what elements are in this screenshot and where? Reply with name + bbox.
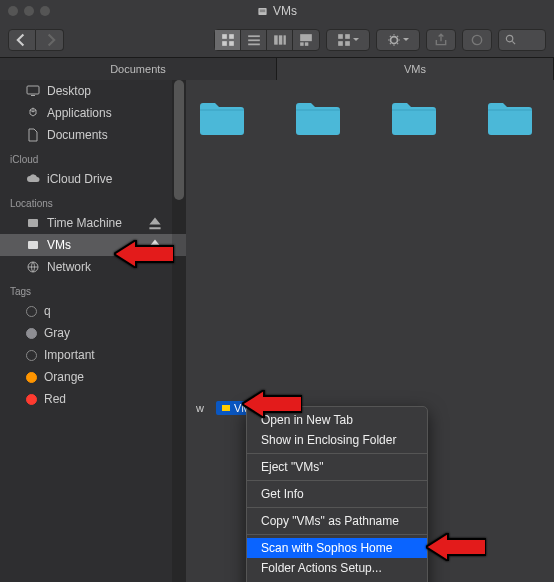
svg-rect-22 <box>27 86 39 94</box>
sidebar-item-label: Gray <box>44 326 70 340</box>
sidebar-item-label: Important <box>44 348 95 362</box>
svg-rect-12 <box>300 34 312 41</box>
context-menu: Open in New Tab Show in Enclosing Folder… <box>246 406 428 582</box>
sidebar-item-label: VMs <box>47 238 71 252</box>
ctx-folder-actions[interactable]: Folder Actions Setup... <box>247 558 427 578</box>
svg-rect-3 <box>229 34 234 39</box>
ctx-open-new-tab[interactable]: Open in New Tab <box>247 410 427 430</box>
svg-rect-25 <box>28 241 38 249</box>
sidebar-tag-important[interactable]: Important <box>0 344 186 366</box>
sidebar-item-documents[interactable]: Documents <box>0 124 186 146</box>
tag-color-dot <box>26 372 37 383</box>
search-field[interactable] <box>498 29 546 51</box>
eject-icon[interactable] <box>148 238 162 252</box>
ctx-show-enclosing[interactable]: Show in Enclosing Folder <box>247 430 427 450</box>
svg-rect-14 <box>305 42 309 46</box>
sidebar-item-label: Desktop <box>47 84 91 98</box>
sidebar-item-network[interactable]: Network <box>0 256 186 278</box>
finder-tabs: Documents VMs <box>0 58 554 80</box>
search-icon <box>505 34 516 45</box>
nav-buttons <box>8 29 64 51</box>
folder-icon[interactable] <box>390 98 438 138</box>
ctx-get-info[interactable]: Get Info <box>247 484 427 504</box>
disk-icon <box>26 238 40 252</box>
menu-separator <box>247 480 427 481</box>
sidebar-item-applications[interactable]: Applications <box>0 102 186 124</box>
tag-color-dot <box>26 394 37 405</box>
eject-icon[interactable] <box>148 216 162 230</box>
share-button[interactable] <box>426 29 456 51</box>
svg-point-20 <box>472 35 481 44</box>
sidebar-heading-tags: Tags <box>0 278 186 300</box>
sidebar-item-label: Documents <box>47 128 108 142</box>
svg-point-19 <box>391 36 398 43</box>
disk-icon <box>257 6 268 17</box>
svg-point-21 <box>506 35 512 41</box>
svg-rect-4 <box>222 41 227 46</box>
sidebar-scrollbar[interactable] <box>172 80 186 582</box>
svg-rect-18 <box>345 41 350 46</box>
applications-icon <box>26 106 40 120</box>
svg-rect-7 <box>248 39 260 41</box>
close-window-button[interactable] <box>8 6 18 16</box>
traffic-lights <box>0 6 50 16</box>
path-segment[interactable]: w <box>196 402 212 414</box>
svg-rect-6 <box>248 35 260 37</box>
folder-icon[interactable] <box>294 98 342 138</box>
sidebar-tag-orange[interactable]: Orange <box>0 366 186 388</box>
sidebar-item-desktop[interactable]: Desktop <box>0 80 186 102</box>
svg-rect-13 <box>300 42 304 46</box>
documents-icon <box>26 128 40 142</box>
sidebar-item-icloud-drive[interactable]: iCloud Drive <box>0 168 186 190</box>
tags-button[interactable] <box>462 29 492 51</box>
network-icon <box>26 260 40 274</box>
sidebar-item-label: iCloud Drive <box>47 172 112 186</box>
ctx-new-terminal[interactable]: New Terminal Tab at Folder <box>247 578 427 582</box>
svg-rect-2 <box>222 34 227 39</box>
back-button[interactable] <box>8 29 36 51</box>
sidebar-tag-red[interactable]: Red <box>0 388 186 410</box>
folder-icon[interactable] <box>486 98 534 138</box>
tag-color-dot <box>26 350 37 361</box>
action-menu[interactable] <box>376 29 420 51</box>
folder-icon[interactable] <box>198 98 246 138</box>
tag-color-dot <box>26 306 37 317</box>
zoom-window-button[interactable] <box>40 6 50 16</box>
menu-separator <box>247 534 427 535</box>
sidebar-item-label: Orange <box>44 370 84 384</box>
sidebar-tag-gray[interactable]: Gray <box>0 322 186 344</box>
svg-rect-1 <box>260 9 266 12</box>
arrange-menu[interactable] <box>326 29 370 51</box>
window-title-text: VMs <box>273 4 297 18</box>
ctx-scan-sophos[interactable]: Scan with Sophos Home <box>247 538 427 558</box>
disk-icon <box>26 216 40 230</box>
svg-rect-8 <box>248 43 260 45</box>
sidebar-tag-q[interactable]: q <box>0 300 186 322</box>
toolbar <box>0 22 554 58</box>
scrollbar-thumb[interactable] <box>174 80 184 200</box>
minimize-window-button[interactable] <box>24 6 34 16</box>
svg-rect-10 <box>278 35 282 44</box>
sidebar-heading-locations: Locations <box>0 190 186 212</box>
view-switcher[interactable] <box>214 29 320 51</box>
sidebar-item-label: q <box>44 304 51 318</box>
svg-rect-24 <box>28 219 38 227</box>
svg-rect-5 <box>229 41 234 46</box>
svg-rect-9 <box>274 35 278 44</box>
list-view-button[interactable] <box>241 30 267 50</box>
ctx-eject[interactable]: Eject "VMs" <box>247 457 427 477</box>
cloud-icon <box>26 172 40 186</box>
svg-rect-27 <box>222 405 230 411</box>
sidebar-item-time-machine[interactable]: Time Machine <box>0 212 186 234</box>
column-view-button[interactable] <box>267 30 293 50</box>
svg-rect-23 <box>31 95 35 96</box>
tab-vms[interactable]: VMs <box>277 58 554 80</box>
tag-color-dot <box>26 328 37 339</box>
icon-view-button[interactable] <box>215 30 241 50</box>
sidebar-item-vms[interactable]: VMs <box>0 234 186 256</box>
desktop-icon <box>26 84 40 98</box>
gallery-view-button[interactable] <box>293 30 319 50</box>
ctx-copy-pathname[interactable]: Copy "VMs" as Pathname <box>247 511 427 531</box>
tab-documents[interactable]: Documents <box>0 58 277 80</box>
forward-button[interactable] <box>36 29 64 51</box>
